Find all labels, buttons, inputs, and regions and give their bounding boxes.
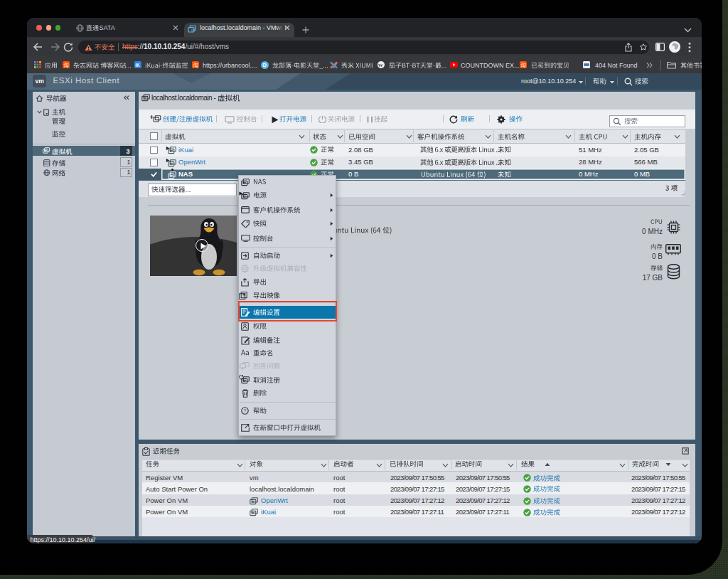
svg-text:88: 88 <box>191 28 194 31</box>
svg-text:D: D <box>262 62 267 68</box>
svg-text:iK: iK <box>135 63 140 68</box>
svg-text:?: ? <box>244 408 247 413</box>
svg-text:W: W <box>378 63 383 68</box>
